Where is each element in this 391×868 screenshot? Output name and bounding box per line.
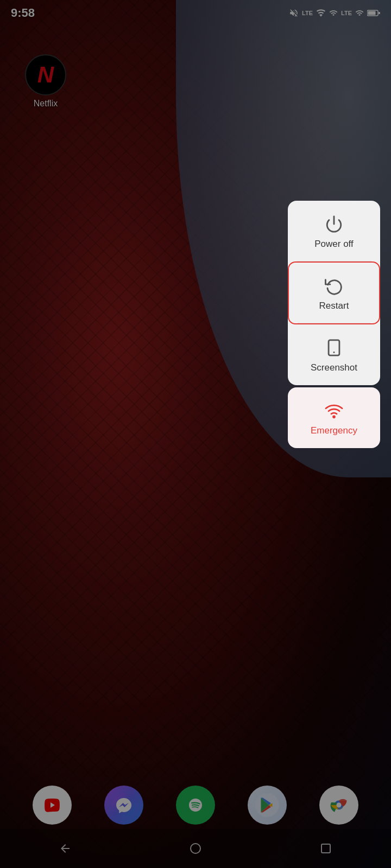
netflix-app[interactable]: N Netflix <box>25 54 66 108</box>
hotspot-icon <box>316 8 326 18</box>
screenshot-label: Screenshot <box>311 362 357 373</box>
svg-point-14 <box>337 803 342 808</box>
recents-icon <box>321 844 331 853</box>
emergency-group: Emergency <box>288 387 380 448</box>
power-menu-group1: Power off Restart Screenshot <box>288 201 380 385</box>
lte2-icon: LTE <box>341 10 352 16</box>
signal2-icon <box>355 8 364 18</box>
svg-rect-4 <box>329 340 339 355</box>
svg-rect-16 <box>321 844 330 853</box>
dock-youtube[interactable] <box>33 786 72 825</box>
restart-label: Restart <box>319 301 349 311</box>
spotify-icon <box>184 793 207 817</box>
app-dock <box>0 786 391 825</box>
power-off-label: Power off <box>314 239 354 250</box>
svg-point-15 <box>191 844 200 853</box>
svg-point-6 <box>333 416 335 418</box>
dock-spotify[interactable] <box>176 786 215 825</box>
dock-chrome[interactable] <box>319 786 358 825</box>
back-icon <box>59 842 72 855</box>
status-bar: 9:58 LTE LTE <box>0 0 391 26</box>
playstore-icon <box>255 793 279 817</box>
svg-rect-2 <box>368 11 376 15</box>
back-button[interactable] <box>49 838 81 859</box>
power-menu: Power off Restart Screenshot <box>288 201 380 448</box>
svg-rect-9 <box>112 793 136 817</box>
emergency-button[interactable]: Emergency <box>288 387 380 448</box>
power-off-button[interactable]: Power off <box>288 201 380 261</box>
restart-icon <box>325 277 343 295</box>
home-button[interactable] <box>179 838 212 859</box>
emergency-icon <box>325 401 343 420</box>
status-icons: LTE LTE <box>289 8 380 18</box>
svg-rect-10 <box>184 793 207 817</box>
emergency-label: Emergency <box>311 425 357 436</box>
restart-button[interactable]: Restart <box>288 261 380 324</box>
netflix-label: Netflix <box>34 99 58 108</box>
status-time: 9:58 <box>11 6 35 20</box>
chrome-icon <box>327 793 351 817</box>
netflix-icon: N <box>25 54 66 95</box>
screenshot-icon <box>325 339 343 357</box>
signal1-icon <box>329 8 338 18</box>
lte-icon: LTE <box>302 10 313 16</box>
mute-icon <box>289 8 299 18</box>
dock-messenger[interactable] <box>104 786 143 825</box>
battery-icon <box>367 8 380 18</box>
home-icon <box>190 843 201 854</box>
youtube-icon <box>40 793 64 817</box>
screenshot-button[interactable]: Screenshot <box>288 324 380 385</box>
navigation-bar <box>0 829 391 868</box>
netflix-logo: N <box>37 63 54 86</box>
dock-playstore[interactable] <box>248 786 287 825</box>
power-off-icon <box>325 215 343 233</box>
messenger-icon <box>112 793 136 817</box>
recents-button[interactable] <box>310 838 342 859</box>
svg-rect-1 <box>379 12 380 14</box>
